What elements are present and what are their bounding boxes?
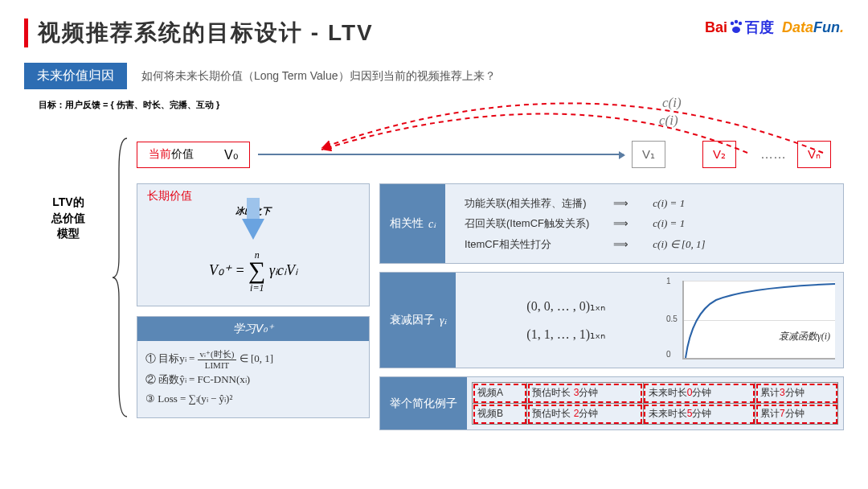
example-table: 视频A预估时长 3分钟未来时长0分钟累计3分钟 视频B预估时长 2分钟未来时长5… <box>472 382 838 425</box>
example-row-a: 视频A预估时长 3分钟未来时长0分钟累计3分钟 <box>473 383 838 404</box>
example-row-b: 视频B预估时长 2分钟未来时长5分钟累计7分钟 <box>473 404 838 425</box>
decay-panel: 衰减因子γᵢ (0, 0, … , 0)₁ₓₙ (1, 1, … , 1)₁ₓₙ… <box>379 272 844 368</box>
learn-panel: 学习V₀⁺ ① 目标yᵢ = vᵢ⁺(时长)LIMIT ∈ [0, 1] ② 函… <box>137 316 370 418</box>
relevance-table: 功能关联(相关推荐、连播)⟹c(i) = 1 召回关联(ItemCF触发关系)⟹… <box>453 192 716 255</box>
side-label: LTV的 总价值 模型 <box>24 195 113 242</box>
example-header: 举个简化例子 <box>380 377 467 429</box>
baidu-logo: Bai 百度 <box>705 18 774 37</box>
section-tag: 未来价值归因 <box>24 63 127 89</box>
svg-point-2 <box>739 22 742 25</box>
section-subtitle: 如何将未来长期价值（Long Term Value）归因到当前的视频推荐上来？ <box>141 69 496 84</box>
learn-line-1: ① 目标yᵢ = vᵢ⁺(时长)LIMIT ∈ [0, 1] <box>145 349 361 370</box>
datafun-logo: DataFun. <box>782 19 844 36</box>
relevance-panel: 相关性cᵢ 功能关联(相关推荐、连播)⟹c(i) = 1 召回关联(ItemCF… <box>379 183 844 264</box>
decay-curve-icon <box>684 281 837 360</box>
curly-brace-icon <box>113 137 129 418</box>
example-panel: 举个简化例子 视频A预估时长 3分钟未来时长0分钟累计3分钟 视频B预估时长 2… <box>379 376 844 430</box>
svg-point-0 <box>731 22 734 25</box>
page-title: 视频推荐系统的目标设计 - LTV <box>38 18 374 48</box>
svg-point-3 <box>732 27 740 33</box>
baidu-paw-icon <box>727 18 745 36</box>
decay-formula-2: (1, 1, … , 1)₁ₓₙ <box>464 320 668 348</box>
node-v1: V₁ <box>632 141 665 168</box>
decay-chart: 1 0.5 0 衰减函数γ(i) <box>682 281 835 360</box>
decay-chart-title: 衰减函数γ(i) <box>779 330 830 343</box>
decay-header: 衰减因子γᵢ <box>380 273 456 368</box>
svg-point-1 <box>735 20 738 23</box>
ci-label-1: c(i) <box>662 95 682 111</box>
relevance-header: 相关性cᵢ <box>380 184 445 263</box>
longterm-panel: 长期价值 冰山之下 V₀⁺ = n ∑ i=1 γᵢcᵢVᵢ <box>137 183 370 306</box>
ci-label-2: c(i) <box>659 113 678 129</box>
goal-text: 目标：用户反馈 = { 伤害、时长、完播、互动 } <box>39 99 844 111</box>
title-accent-bar <box>24 18 28 47</box>
timeline-arrow <box>258 154 624 155</box>
node-vn: Vₙ <box>797 141 831 168</box>
longterm-formula: V₀⁺ = n ∑ i=1 γᵢcᵢVᵢ <box>137 244 369 306</box>
learn-header: 学习V₀⁺ <box>137 317 369 341</box>
node-v0: V₀ <box>224 147 238 162</box>
current-value-box: 当前价值 V₀ <box>137 142 250 168</box>
decay-formula-1: (0, 0, … , 0)₁ₓₙ <box>464 292 668 320</box>
node-v2: V₂ <box>702 141 736 168</box>
learn-line-3: ③ Loss = ∑ᵢ(yᵢ − ŷᵢ)² <box>145 389 361 409</box>
timeline-dots: …… <box>760 147 786 162</box>
arrow-down-icon <box>242 219 264 240</box>
learn-line-2: ② 函数ŷᵢ = FC-DNN(xᵢ) <box>145 370 361 390</box>
